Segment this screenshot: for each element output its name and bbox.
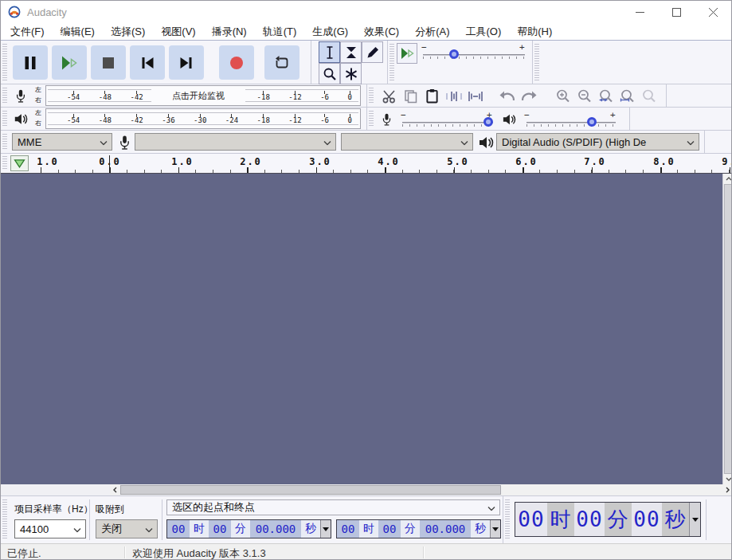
meter-scale-value: -18 <box>257 117 270 124</box>
record-button[interactable] <box>219 45 254 80</box>
toolbar-grabber[interactable] <box>369 88 374 104</box>
timeline-pin-button[interactable] <box>10 155 29 171</box>
loop-button[interactable] <box>264 45 299 80</box>
zoom-tool-button[interactable] <box>319 63 340 84</box>
minimize-button[interactable] <box>621 1 658 23</box>
toolbar-grabber[interactable] <box>369 111 374 127</box>
selection-start-seconds[interactable]: 00.000 <box>250 520 301 538</box>
zoom-in-button[interactable] <box>552 84 573 108</box>
selection-end-seconds[interactable]: 00.000 <box>420 520 471 538</box>
audio-host-select[interactable]: MME <box>12 133 112 151</box>
selection-start-hours[interactable]: 00 <box>167 520 190 538</box>
stop-button[interactable] <box>91 45 126 80</box>
selection-range-select[interactable]: 选区的起点和终点 <box>166 499 500 515</box>
recording-meter-mic-button[interactable] <box>10 85 31 106</box>
menu-help[interactable]: 帮助(H) <box>509 25 560 39</box>
snap-to-select[interactable]: 关闭 <box>96 519 158 538</box>
menu-analyze[interactable]: 分析(A) <box>407 25 457 39</box>
divider <box>162 499 162 540</box>
zoom-fit-button[interactable] <box>617 84 638 108</box>
monitor-hint-overlay[interactable]: 点击开始监视 <box>151 87 245 104</box>
menu-transport[interactable]: 播录(N) <box>204 25 255 39</box>
multi-tool-button[interactable] <box>340 63 362 84</box>
position-seconds[interactable]: 00 <box>632 503 662 536</box>
scroll-right-button[interactable] <box>722 484 732 495</box>
zoom-out-button[interactable] <box>573 84 595 108</box>
cut-button[interactable] <box>378 84 400 108</box>
recording-meter[interactable]: -54 -48 -42 -36 -30 -24 -18 -12 -6 0 点击开… <box>45 85 361 106</box>
menu-tools[interactable]: 工具(O) <box>457 25 509 39</box>
paste-button[interactable] <box>421 84 443 108</box>
play-icon <box>59 55 80 71</box>
playback-device-select[interactable]: Digital Audio (S/PDIF) (High De <box>496 133 699 151</box>
menu-effect[interactable]: 效果(C) <box>356 25 407 39</box>
recording-volume-slider-track[interactable] <box>402 122 493 123</box>
zoom-toggle-button[interactable] <box>638 84 660 108</box>
time-format-dropdown[interactable] <box>490 520 500 538</box>
position-minutes[interactable]: 00 <box>574 503 605 536</box>
menu-edit[interactable]: 编辑(E) <box>53 25 103 39</box>
toolbar-grabber[interactable] <box>505 499 510 540</box>
selection-end-minutes[interactable]: 00 <box>378 520 401 538</box>
silence-audio-button[interactable] <box>464 84 486 108</box>
vertical-scrollbar-thumb[interactable] <box>724 184 732 474</box>
selection-start-minutes[interactable]: 00 <box>209 520 231 538</box>
scroll-left-button[interactable] <box>110 484 120 495</box>
sample-rate-select[interactable]: 44100 <box>14 519 86 538</box>
selection-end-hours[interactable]: 00 <box>337 520 359 538</box>
speed-slider-thumb[interactable] <box>449 49 459 59</box>
scroll-up-button[interactable] <box>723 174 732 184</box>
position-hours[interactable]: 00 <box>515 503 547 536</box>
playback-meter[interactable]: -54 -48 -42 -36 -30 -24 -18 -12 -6 0 <box>45 108 361 129</box>
play-at-speed-button[interactable] <box>397 43 417 64</box>
recording-volume-slider-thumb[interactable] <box>483 117 493 127</box>
menu-file[interactable]: 文件(F) <box>2 25 53 39</box>
track-area[interactable] <box>1 174 722 484</box>
time-format-dropdown[interactable] <box>320 520 331 538</box>
menu-tracks[interactable]: 轨道(T) <box>255 25 305 39</box>
menu-select[interactable]: 选择(S) <box>103 25 153 39</box>
toolbar-grabber[interactable] <box>2 499 7 540</box>
playback-meter-speaker-button[interactable] <box>10 108 31 129</box>
recording-device-select[interactable] <box>135 133 336 151</box>
selection-tool-button[interactable] <box>319 41 340 63</box>
toolbar-grabber[interactable] <box>389 44 394 80</box>
toolbar-grabber[interactable] <box>2 44 7 80</box>
scroll-down-button[interactable] <box>723 474 732 484</box>
redo-icon <box>520 90 538 103</box>
playback-volume-slider-track[interactable] <box>526 122 616 123</box>
meter-scale-value: -18 <box>257 94 270 101</box>
selection-end-time-field[interactable]: 00 时 00 分 00.000 秒 <box>336 519 501 538</box>
horizontal-scrollbar-thumb[interactable] <box>120 485 501 495</box>
time-format-dropdown[interactable] <box>689 503 700 536</box>
envelope-tool-button[interactable] <box>340 41 362 63</box>
audio-position-field[interactable]: 00 时 00 分 00 秒 <box>515 502 701 537</box>
redo-button[interactable] <box>518 84 539 108</box>
horizontal-scrollbar[interactable] <box>110 484 732 495</box>
recording-channels-select[interactable] <box>341 133 473 151</box>
close-button[interactable] <box>695 1 731 23</box>
toolbar-grabber[interactable] <box>2 134 7 150</box>
pause-button[interactable] <box>13 45 48 80</box>
skip-to-start-button[interactable] <box>130 45 165 80</box>
vertical-scrollbar[interactable] <box>722 174 732 484</box>
menu-view[interactable]: 视图(V) <box>153 25 203 39</box>
play-button[interactable] <box>52 45 87 80</box>
maximize-button[interactable] <box>658 1 695 23</box>
zoom-selection-button[interactable] <box>595 84 617 108</box>
toolbar-grabber[interactable] <box>2 111 7 127</box>
draw-tool-button[interactable] <box>362 41 383 63</box>
undo-button[interactable] <box>496 84 518 108</box>
minutes-unit-label: 分 <box>231 520 250 538</box>
toolbar-grabber[interactable] <box>2 88 7 104</box>
toolbar-grabber[interactable] <box>2 156 7 170</box>
speed-slider-track[interactable] <box>423 54 525 55</box>
copy-button[interactable] <box>400 84 421 108</box>
toolbar-grabber[interactable] <box>534 44 539 80</box>
trim-audio-button[interactable] <box>443 84 464 108</box>
selection-start-time-field[interactable]: 00 时 00 分 00.000 秒 <box>166 519 331 538</box>
skip-to-end-button[interactable] <box>169 45 204 80</box>
menu-generate[interactable]: 生成(G) <box>304 25 356 39</box>
timeline-ruler[interactable]: 1.0 0.0 1.0 2.0 3.0 4.0 5.0 6.0 7.0 8.0 … <box>1 154 732 174</box>
playback-volume-slider-thumb[interactable] <box>587 117 597 127</box>
